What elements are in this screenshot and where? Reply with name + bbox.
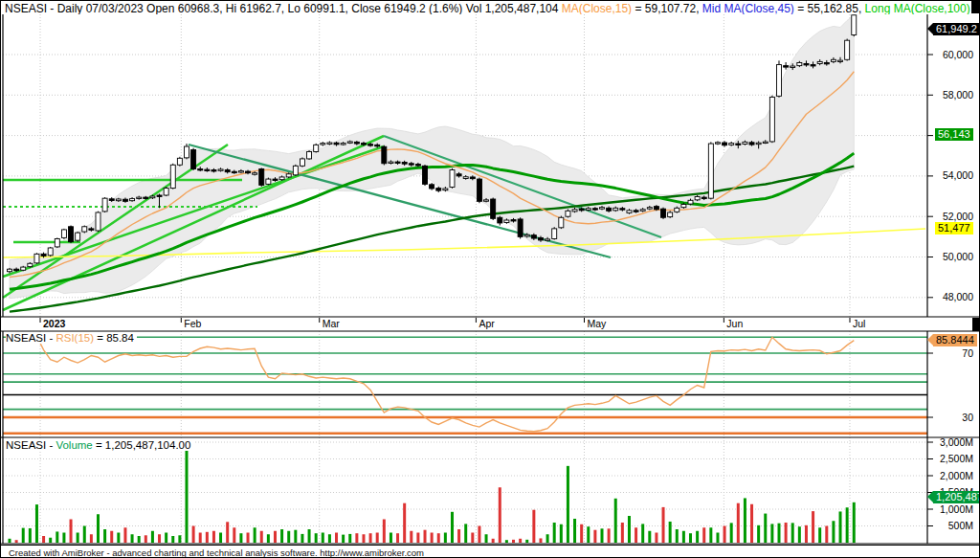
volume-bar [539, 538, 542, 543]
candle [695, 196, 700, 199]
candle [723, 143, 727, 145]
volume-bar [138, 536, 141, 543]
volume-bar [669, 522, 672, 543]
volume-bar [798, 526, 801, 543]
volume-bar [655, 533, 657, 544]
candle [28, 263, 33, 266]
candle [314, 145, 319, 151]
candle [518, 219, 523, 236]
volume-bar [233, 527, 235, 543]
volume-bar [444, 533, 447, 544]
rsi-panel[interactable] [3, 331, 927, 436]
volume-bar [832, 521, 835, 543]
candle [368, 145, 373, 145]
volume-bar [601, 528, 604, 543]
volume-bar [97, 514, 100, 543]
candle [55, 238, 59, 246]
volume-bar [628, 516, 631, 543]
volume-bar [614, 499, 617, 543]
candle [784, 66, 789, 67]
volume-panel[interactable] [3, 437, 927, 543]
candle [21, 267, 26, 270]
volume-bar [416, 533, 419, 544]
candle [463, 177, 468, 179]
price-panel[interactable] [3, 14, 927, 317]
volume-bar [676, 529, 679, 543]
rsi-title-symbol: NSEASI - [6, 332, 56, 344]
candle [579, 209, 584, 211]
volume-bar [744, 498, 746, 543]
volume-bar [158, 534, 161, 543]
title-ma15-value: = 59,107.72, [632, 2, 702, 14]
volume-bar [247, 533, 250, 544]
candle [327, 143, 332, 144]
volume-bar [716, 533, 719, 544]
volume-bar [492, 539, 495, 543]
candle [321, 144, 325, 145]
candle [675, 208, 679, 212]
candle [102, 198, 107, 212]
volume-bar [648, 531, 651, 543]
volume-bar [451, 512, 454, 543]
volume-bar [641, 524, 644, 543]
candle [566, 211, 570, 216]
candle [34, 254, 39, 263]
candle [804, 64, 809, 65]
candle [613, 208, 618, 211]
volume-bar [294, 530, 297, 543]
candle [238, 171, 243, 172]
volume-bar [131, 534, 134, 543]
candle [756, 143, 761, 144]
candle [218, 169, 223, 170]
volume-title-symbol: NSEASI - [6, 439, 56, 451]
volume-bar [580, 525, 583, 543]
candle [498, 217, 502, 223]
volume-bar [839, 511, 842, 543]
volume-bar [805, 525, 808, 543]
candle [109, 199, 114, 201]
candle [457, 174, 461, 176]
volume-panel-title: NSEASI - Volume = 1,205,487,104.00 [6, 439, 193, 451]
candle [430, 185, 434, 189]
price-axis-label: 48,000 [943, 291, 973, 302]
candle [273, 179, 278, 180]
month-label: Jun [726, 318, 743, 329]
volume-bar [853, 502, 856, 543]
candle [531, 235, 536, 238]
chart-canvas[interactable]: 48,00050,00052,00054,00058,00060,0002023… [1, 1, 980, 558]
candle [627, 211, 632, 213]
volume-bar [424, 530, 427, 543]
candle [524, 234, 529, 236]
volume-bar [254, 527, 256, 543]
volume-bar [403, 503, 406, 543]
candle [69, 227, 74, 242]
candle [586, 209, 590, 211]
rsi-axis-label: 30 [962, 412, 973, 423]
candle [354, 142, 359, 144]
candle [852, 15, 857, 35]
volume-bar [608, 528, 611, 543]
volume-bar [83, 526, 86, 544]
volume-bar [818, 527, 821, 543]
volume-bar [212, 531, 215, 543]
candle [668, 212, 673, 217]
candle [538, 237, 543, 240]
volume-bar [777, 524, 780, 543]
candle [395, 162, 400, 163]
volume-bar [117, 533, 120, 544]
volume-bar [410, 531, 412, 543]
candle [184, 146, 189, 158]
candle [592, 209, 597, 210]
candle [797, 62, 802, 65]
volume-bar [546, 534, 549, 543]
candle [681, 205, 686, 208]
candle [607, 208, 612, 211]
candle [763, 142, 768, 143]
candle [232, 171, 236, 172]
candle [76, 233, 80, 240]
candle [634, 211, 638, 212]
volume-bar [437, 533, 440, 543]
candle [729, 144, 734, 145]
candle [817, 61, 822, 63]
candle [89, 229, 94, 230]
